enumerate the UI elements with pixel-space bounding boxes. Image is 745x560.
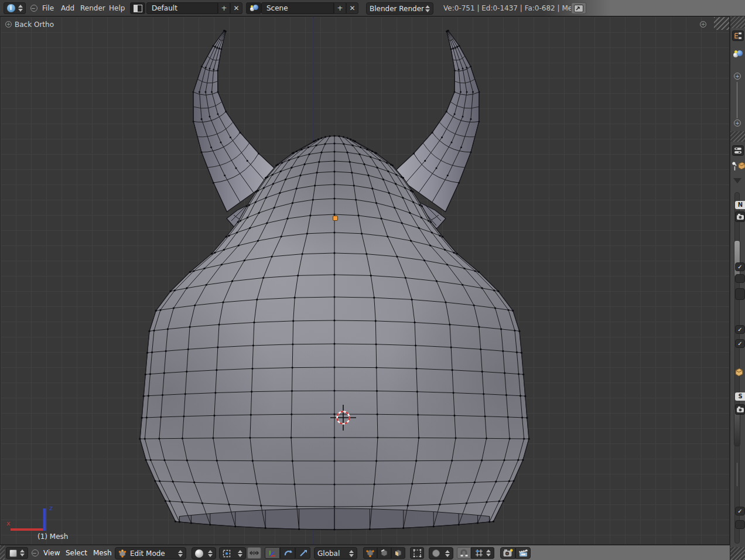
- clapperboard-icon: [518, 549, 528, 557]
- checkbox[interactable]: [735, 274, 745, 283]
- camera-icon[interactable]: [735, 404, 745, 415]
- checkbox-checked[interactable]: ✓: [735, 325, 745, 334]
- scrollbar-thumb[interactable]: [734, 240, 740, 278]
- chevron-updown-icon: [349, 550, 354, 557]
- panel-tab[interactable]: S: [735, 392, 745, 401]
- pin-icon[interactable]: [732, 162, 738, 173]
- transform-orientation-dropdown[interactable]: Global: [314, 547, 357, 559]
- screen-layout-icon: [134, 5, 142, 12]
- viewport-header: − View Select Mesh Edit Mode: [0, 545, 730, 560]
- chevron-updown-icon: [486, 549, 491, 556]
- render-engine-dropdown[interactable]: Blender Render: [366, 2, 433, 15]
- pivot-icon: [223, 549, 231, 558]
- magnet-icon: [460, 549, 468, 557]
- divider: [737, 463, 737, 486]
- object-cube-icon[interactable]: [738, 162, 745, 172]
- scene-statistics: Ve:0-751 | Ed:0-1437 | Fa:0-682 | Mesh: [443, 2, 580, 14]
- scale-manipulator-icon: [299, 549, 307, 558]
- translate-manipulator-button[interactable]: [265, 547, 280, 559]
- screen-add-button[interactable]: +: [218, 2, 230, 14]
- pivot-point-dropdown[interactable]: [219, 547, 246, 559]
- face-select-button[interactable]: [391, 547, 405, 559]
- menu-add[interactable]: Add: [60, 2, 76, 14]
- duplicate-window-button[interactable]: [571, 2, 586, 14]
- vertex-select-button[interactable]: [363, 547, 377, 559]
- viewport-shading-dropdown[interactable]: [192, 547, 216, 559]
- collapse-menus-button[interactable]: −: [30, 5, 37, 12]
- manipulator-toggle-button[interactable]: [247, 547, 261, 559]
- outliner-scene-icon[interactable]: [733, 50, 742, 60]
- checkbox[interactable]: [735, 288, 745, 300]
- editor-type-stepper-icon[interactable]: [20, 549, 25, 556]
- checkbox-checked[interactable]: ✓: [735, 339, 745, 348]
- outliner-connector-line: [737, 82, 737, 118]
- mode-dropdown[interactable]: Edit Mode: [115, 547, 186, 559]
- new-window-icon: [574, 5, 583, 12]
- scene-add-button[interactable]: +: [334, 2, 346, 14]
- checkbox[interactable]: [735, 520, 745, 529]
- screen-delete-button[interactable]: ✕: [230, 2, 242, 14]
- editor-corner-widget[interactable]: [714, 17, 729, 30]
- editor-corner-widget[interactable]: [0, 545, 5, 560]
- menu-render[interactable]: Render: [79, 2, 107, 14]
- outliner-expand-icon[interactable]: +: [734, 73, 741, 80]
- outliner-expand-icon[interactable]: +: [734, 119, 741, 127]
- axis-z-label: z: [49, 504, 53, 512]
- info-editor-icon: i: [7, 4, 15, 12]
- editor-corner-widget[interactable]: [730, 131, 745, 142]
- open-properties-region-button[interactable]: +: [700, 21, 706, 28]
- orientation-label: Global: [317, 549, 340, 558]
- manipulator-hint-icon: +: [5, 21, 12, 28]
- render-image-button[interactable]: [500, 547, 515, 559]
- chevron-updown-icon: [238, 550, 242, 557]
- collapse-menus-button[interactable]: −: [32, 549, 39, 556]
- scene-icon: [250, 5, 258, 12]
- camera-icon[interactable]: [735, 211, 745, 222]
- menu-file[interactable]: File: [41, 2, 55, 14]
- manipulator-arrows-icon: [250, 549, 259, 556]
- menu-view[interactable]: View: [42, 547, 61, 559]
- mesh-data-cube-icon[interactable]: [735, 368, 743, 378]
- scene-name-field[interactable]: Scene: [261, 2, 334, 14]
- scale-manipulator-button[interactable]: [295, 547, 310, 559]
- edge-select-button[interactable]: [377, 547, 391, 559]
- panel-tab[interactable]: N: [735, 201, 745, 209]
- screen-layout-button[interactable]: [130, 2, 145, 14]
- axis-x-label: x: [6, 520, 11, 527]
- mesh-wireframe[interactable]: [1, 17, 730, 545]
- render-animation-button[interactable]: [515, 547, 531, 559]
- view-name-label: Back Ortho: [15, 21, 54, 29]
- scene-delete-button[interactable]: ✕: [346, 2, 358, 14]
- render-camera-icon: [503, 549, 513, 557]
- render-engine-label: Blender Render: [370, 5, 424, 13]
- limit-selection-visible-button[interactable]: [410, 547, 424, 559]
- snap-element-dropdown[interactable]: [471, 547, 494, 559]
- rotate-manipulator-button[interactable]: [280, 547, 295, 559]
- edit-mode-icon: [118, 549, 127, 558]
- chevron-updown-icon: [208, 550, 213, 557]
- screen-layout-field[interactable]: Default: [146, 2, 218, 14]
- editor-corner-widget[interactable]: [730, 16, 745, 28]
- editor-type-selector[interactable]: [6, 547, 28, 559]
- 3d-viewport[interactable]: + Back Ortho + x z (1) Mesh: [0, 16, 730, 545]
- outliner-editor-button[interactable]: [732, 30, 744, 41]
- translate-manipulator-icon: [268, 549, 277, 558]
- snap-toggle-button[interactable]: [457, 547, 471, 559]
- chevron-down-icon[interactable]: [733, 178, 741, 183]
- editor-corner-widget[interactable]: [730, 547, 745, 560]
- checkbox-checked[interactable]: ✓: [735, 262, 745, 271]
- menu-select[interactable]: Select: [64, 547, 88, 559]
- checkbox-checked[interactable]: ✓: [735, 507, 745, 515]
- 3d-view-editor-icon: [9, 549, 17, 557]
- info-header: i − File Add Render Help Default + ✕ Sce…: [0, 0, 745, 16]
- menu-mesh[interactable]: Mesh: [92, 547, 113, 559]
- outliner-icon: [734, 32, 742, 39]
- menu-help[interactable]: Help: [108, 2, 126, 14]
- editor-type-stepper-icon[interactable]: [18, 5, 23, 12]
- editor-type-selector[interactable]: i: [4, 2, 26, 14]
- scene-browse-button[interactable]: [246, 2, 261, 14]
- right-editor-strip[interactable]: + + N ✓ ✓ ✓ S: [730, 16, 745, 560]
- properties-editor-button[interactable]: [732, 145, 744, 156]
- proportional-editing-dropdown[interactable]: [429, 547, 453, 559]
- vertex-select-icon: [366, 549, 374, 557]
